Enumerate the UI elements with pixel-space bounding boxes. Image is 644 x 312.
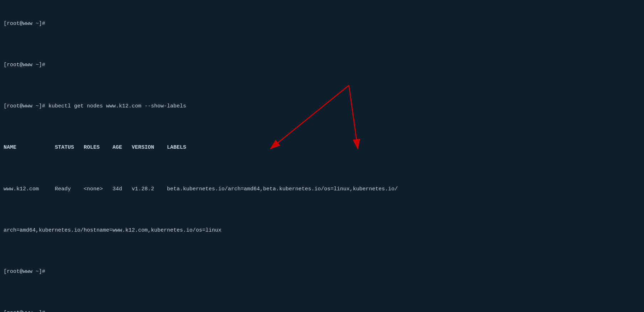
- line-1: [root@www ~]#: [4, 20, 640, 28]
- line-8: [root@www ~]#: [4, 309, 640, 312]
- line-2: [root@www ~]#: [4, 61, 640, 69]
- terminal-window[interactable]: [root@www ~]# [root@www ~]# [root@www ~]…: [0, 0, 644, 312]
- line-6: arch=amd64,kubernetes.io/hostname=www.k1…: [4, 226, 640, 234]
- line-7: [root@www ~]#: [4, 268, 640, 276]
- line-3: [root@www ~]# kubectl get nodes www.k12.…: [4, 102, 640, 110]
- line-4: NAME STATUS ROLES AGE VERSION LABELS: [4, 143, 640, 152]
- line-5: www.k12.com Ready <none> 34d v1.28.2 bet…: [4, 185, 640, 193]
